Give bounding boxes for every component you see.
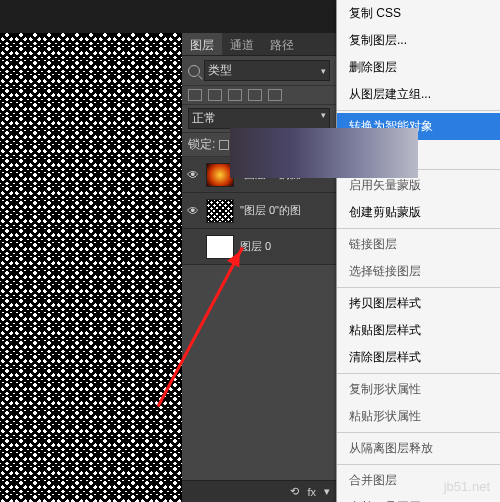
lock-transparent-icon[interactable] bbox=[219, 140, 229, 150]
menu-separator bbox=[337, 287, 500, 288]
layer-name: "图层 0"的图 bbox=[240, 203, 301, 218]
panel-footer: ⟲ fx ▾ bbox=[182, 480, 336, 502]
filter-type-label: 类型 bbox=[208, 62, 232, 79]
menu-item[interactable]: 创建剪贴蒙版 bbox=[337, 199, 500, 226]
layer-name: 图层 0 bbox=[240, 239, 271, 254]
filter-pixel-icon[interactable] bbox=[188, 89, 202, 101]
visibility-icon[interactable]: 👁 bbox=[186, 204, 200, 218]
menu-item[interactable]: 合并可见图层 bbox=[337, 494, 500, 502]
tab-channels[interactable]: 通道 bbox=[222, 33, 262, 55]
document-canvas[interactable] bbox=[0, 33, 182, 502]
menu-item[interactable]: 删除图层 bbox=[337, 54, 500, 81]
layers-panel: 图层 通道 路径 类型 ▾ 正常 ▾ 锁定: 👁"图层 0"的漏👁"图层 0"的… bbox=[182, 33, 336, 502]
app-topbar bbox=[0, 0, 336, 33]
watermark-text: jb51.net bbox=[444, 479, 490, 494]
filter-shape-icon[interactable] bbox=[248, 89, 262, 101]
visibility-icon[interactable] bbox=[186, 240, 200, 254]
layer-thumb bbox=[206, 235, 234, 259]
menu-item: 链接图层 bbox=[337, 231, 500, 258]
menu-separator bbox=[337, 432, 500, 433]
menu-item[interactable]: 粘贴图层样式 bbox=[337, 317, 500, 344]
chevron-down-icon: ▾ bbox=[324, 485, 330, 498]
menu-item: 选择链接图层 bbox=[337, 258, 500, 285]
tab-paths[interactable]: 路径 bbox=[262, 33, 302, 55]
filter-type-icon[interactable] bbox=[228, 89, 242, 101]
tab-layers[interactable]: 图层 bbox=[182, 33, 222, 55]
filter-icons bbox=[182, 86, 336, 105]
blend-mode-label: 正常 bbox=[192, 110, 216, 127]
chevron-down-icon: ▾ bbox=[321, 110, 326, 127]
menu-item[interactable]: 从图层建立组... bbox=[337, 81, 500, 108]
menu-item[interactable]: 复制图层... bbox=[337, 27, 500, 54]
lock-label: 锁定: bbox=[188, 136, 215, 153]
blend-mode-select[interactable]: 正常 ▾ bbox=[188, 108, 330, 129]
fx-icon[interactable]: fx bbox=[307, 486, 316, 498]
menu-separator bbox=[337, 373, 500, 374]
filter-type-select[interactable]: 类型 ▾ bbox=[204, 60, 330, 81]
menu-separator bbox=[337, 464, 500, 465]
tooltip-overlay bbox=[230, 128, 418, 178]
menu-item[interactable]: 复制 CSS bbox=[337, 0, 500, 27]
chevron-down-icon: ▾ bbox=[321, 66, 326, 76]
menu-item: 复制形状属性 bbox=[337, 376, 500, 403]
menu-item[interactable]: 清除图层样式 bbox=[337, 344, 500, 371]
menu-item: 粘贴形状属性 bbox=[337, 403, 500, 430]
filter-row: 类型 ▾ bbox=[182, 56, 336, 86]
search-icon[interactable] bbox=[188, 65, 200, 77]
layer-row[interactable]: 图层 0 bbox=[182, 229, 336, 265]
menu-separator bbox=[337, 110, 500, 111]
menu-item: 从隔离图层释放 bbox=[337, 435, 500, 462]
panel-tabs: 图层 通道 路径 bbox=[182, 33, 336, 56]
filter-smart-icon[interactable] bbox=[268, 89, 282, 101]
context-menu: 复制 CSS复制图层...删除图层从图层建立组...转换为智能对象栅格化图层启用… bbox=[336, 0, 500, 502]
layer-thumb bbox=[206, 199, 234, 223]
link-icon[interactable]: ⟲ bbox=[290, 485, 299, 498]
visibility-icon[interactable]: 👁 bbox=[186, 168, 200, 182]
layer-row[interactable]: 👁"图层 0"的图 bbox=[182, 193, 336, 229]
menu-item[interactable]: 拷贝图层样式 bbox=[337, 290, 500, 317]
filter-adjust-icon[interactable] bbox=[208, 89, 222, 101]
canvas-pattern bbox=[0, 33, 182, 502]
menu-separator bbox=[337, 228, 500, 229]
